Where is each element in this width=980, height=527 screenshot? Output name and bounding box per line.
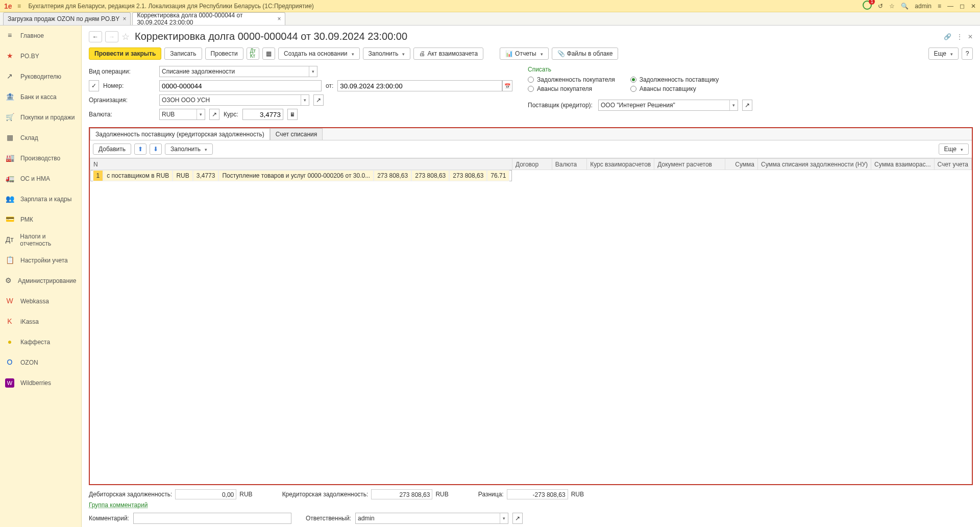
act-button[interactable]: 🖨Акт взаимозачета [413,47,483,60]
history-icon[interactable]: ↺ [878,3,883,10]
sidebar-item-label: Wildberries [20,379,51,387]
notification-icon[interactable]: 1 [863,1,872,11]
col-currency[interactable]: Валюта [552,159,586,170]
help-button[interactable]: ? [962,47,973,60]
sidebar-item-wildberries[interactable]: WWildberries [0,373,81,393]
col-contract[interactable]: Договор [512,159,552,170]
sidebar-item-settings[interactable]: 📋Настройки учета [0,250,81,271]
radio-supplier-advance[interactable]: Авансы поставщику [630,85,719,92]
app-logo: 1e [4,2,12,10]
rate-input[interactable] [242,109,283,120]
kebab-icon[interactable]: ⋮ [957,33,963,40]
rate-label: Курс: [224,111,238,118]
sidebar-item-bank[interactable]: 🏦Банк и касса [0,87,81,107]
responsible-open-icon[interactable]: ↗ [512,513,523,524]
currency-select[interactable]: RUB [159,109,205,120]
sidebar-item-label: OZON [20,359,38,366]
maximize-icon[interactable]: ◻ [960,3,965,10]
sidebar-item-ikassa[interactable]: KiKassa [0,312,81,332]
sidebar-item-ozon[interactable]: OOZON [0,352,81,373]
search-icon[interactable]: 🔍 [901,3,909,10]
post-button[interactable]: Провести [205,47,243,60]
comment-input[interactable] [133,513,291,524]
sidebar-item-manager[interactable]: ↗Руководителю [0,66,81,87]
tab-writeoff-account[interactable]: Счет списания [270,128,323,140]
sidebar-item-sales[interactable]: 🛒Покупки и продажи [0,107,81,128]
reports-button[interactable]: 📊Отчеты [500,47,548,60]
comment-group-link[interactable]: Группа комментарий [89,501,148,509]
calendar-icon[interactable] [502,80,512,91]
move-down-button[interactable]: ⬇ [150,143,162,155]
close-tab-icon[interactable]: × [122,15,126,22]
date-input[interactable] [337,80,502,91]
responsible-select[interactable]: admin [355,513,508,524]
move-up-button[interactable]: ⬆ [134,143,146,155]
favorite-icon[interactable]: ☆ [889,3,895,10]
sidebar-item-production[interactable]: 🏭Производство [0,148,81,169]
calc-icon[interactable] [287,109,298,120]
close-form-icon[interactable]: ✕ [968,33,973,40]
tab-supplier-debt[interactable]: Задолженность поставщику (кредиторская з… [90,128,270,140]
number-input[interactable] [159,80,322,91]
post-and-close-button[interactable]: Провести и закрыть [89,47,161,60]
link-icon[interactable]: 🔗 [944,33,951,40]
sidebar-item-webkassa[interactable]: WWebkassa [0,291,81,312]
sidebar-item-rmk[interactable]: 💳РМК [0,209,81,230]
tab-debt-correction[interactable]: Корректировка долга 0000-000044 от 30.09… [132,12,285,25]
nav-forward-button[interactable]: → [105,31,118,42]
supplier-open-icon[interactable]: ↗ [742,100,752,111]
close-tab-icon[interactable]: × [277,15,281,22]
sidebar-item-assets[interactable]: 🚛ОС и НМА [0,169,81,189]
dtkt-button[interactable]: ДтКт [247,47,259,60]
nav-back-button[interactable]: ← [89,31,102,42]
toolbar: Провести и закрыть Записать Провести ДтК… [89,47,973,60]
close-window-icon[interactable]: ✕ [971,3,976,10]
write-button[interactable]: Записать [164,47,202,60]
sidebar-item-label: Покупки и продажи [20,114,75,121]
org-open-icon[interactable]: ↗ [313,94,324,106]
sidebar-item-label: Администрирование [18,277,76,284]
sidebar-item-warehouse[interactable]: ▦Склад [0,128,81,148]
sidebar-item-label: iKassa [20,318,39,325]
fill-table-button[interactable]: Заполнить [165,143,213,155]
files-button[interactable]: 📎Файлы в облаке [552,47,619,60]
col-sum-nu[interactable]: Сумма списания задолженности (НУ) [757,159,871,170]
radio-buyer-advance[interactable]: Авансы покупателя [528,85,615,92]
col-account[interactable]: Счет учета [934,159,971,170]
more-button[interactable]: Еще [928,47,959,60]
radio-supplier-debt[interactable]: Задолженность поставщику [630,76,719,83]
sidebar-item-poby[interactable]: ★PO.BY [0,46,81,66]
tab-ozon-load[interactable]: Загрузка продаж OZON по дням PO.BY × [3,12,131,25]
col-sum-mutual[interactable]: Сумма взаиморас... [871,159,934,170]
favorite-toggle-icon[interactable]: ☆ [121,31,130,42]
sidebar-item-tax[interactable]: ДтНалоги и отчетность [0,230,81,250]
currency-open-icon[interactable]: ↗ [209,109,219,120]
minimize-icon[interactable]: — [947,3,953,10]
create-based-button[interactable]: Создать на основании [278,47,360,60]
sidebar-item-main[interactable]: ≡Главное [0,26,81,46]
radio-buyer-debt[interactable]: Задолженность покупателя [528,76,615,83]
col-doc[interactable]: Документ расчетов [654,159,725,170]
table-more-button[interactable]: Еще [939,143,969,155]
settings-icon[interactable]: ≡ [938,3,941,10]
sidebar-item-admin[interactable]: ⚙Администрирование [0,271,81,291]
user-label[interactable]: admin [915,3,932,10]
sidebar-item-hr[interactable]: 👥Зарплата и кадры [0,189,81,209]
posted-indicator-icon[interactable]: ✓ [89,80,99,91]
sidebar-item-label: Каффеста [20,339,50,346]
add-row-button[interactable]: Добавить [93,143,131,155]
col-rate[interactable]: Курс взаиморасчетов [587,159,654,170]
main-menu-icon[interactable]: ≡ [15,3,23,10]
star-icon: ★ [5,52,14,61]
debt-grid[interactable]: N Договор Валюта Курс взаиморасчетов Док… [90,158,972,484]
sidebar-item-label: Производство [20,155,60,162]
sidebar-item-kaffesta[interactable]: ●Каффеста [0,332,81,352]
fill-button[interactable]: Заполнить [363,47,411,60]
col-n[interactable]: N [90,159,512,170]
org-select[interactable]: ОЗОН ООО УСН [159,94,309,106]
structure-button[interactable]: ▦ [262,47,275,60]
oper-type-select[interactable]: Списание задолженности [159,66,317,77]
supplier-select[interactable]: ООО "Интернет Решения" [598,100,738,111]
col-sum[interactable]: Сумма [725,159,758,170]
table-row[interactable]: 1 с поставщиком в RUB RUB 3,4773 Поступл… [90,170,512,181]
